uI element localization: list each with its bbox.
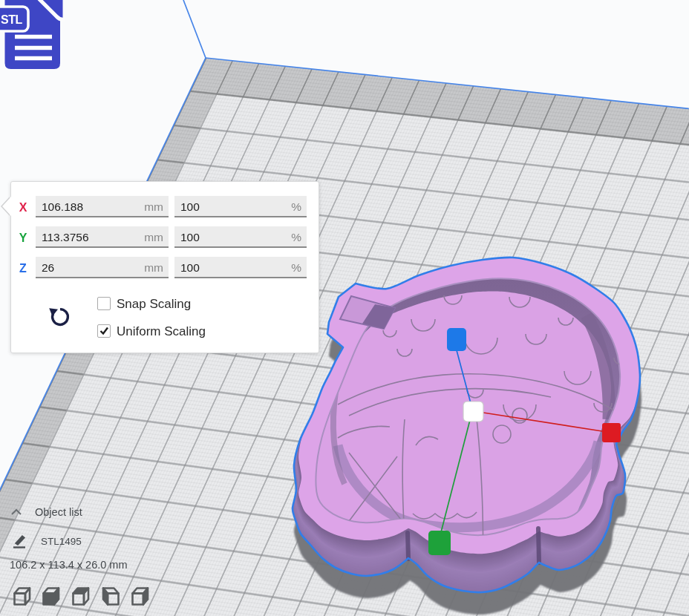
svg-text:STL: STL [1,13,22,26]
